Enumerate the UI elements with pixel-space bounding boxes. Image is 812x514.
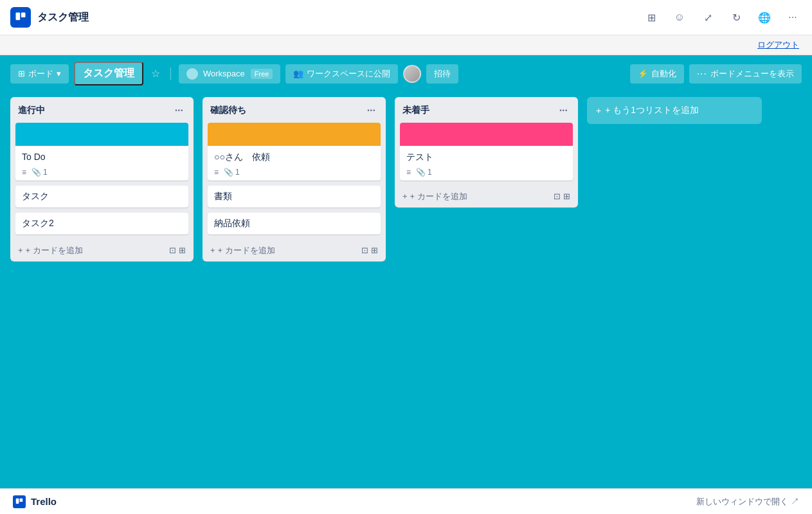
list-pending: 確認待ち ··· ○○さん 依頼 ≡ 📎 1 (203, 97, 386, 261)
card-body-request: ○○さん 依頼 ≡ 📎 1 (208, 146, 381, 181)
attachment-count-test: 1 (428, 168, 432, 177)
list-menu-btn-in-progress[interactable]: ··· (172, 103, 186, 118)
card-delivery[interactable]: 納品依頼 (208, 213, 381, 235)
lists-area: 進行中 ··· To Do ≡ 📎 1 (0, 92, 812, 488)
workspace-badge: Free (251, 69, 273, 79)
add-card-icons-2: ⊡ ⊞ (361, 245, 378, 255)
add-card-label-3: + カードを追加 (410, 191, 467, 202)
svg-rect-3 (20, 498, 23, 501)
board-chevron-icon: ▾ (57, 69, 61, 78)
description-icon-test: ≡ (406, 168, 411, 177)
card-test[interactable]: テスト ≡ 📎 1 (400, 123, 573, 181)
public-btn-label: ワークスペースに公開 (307, 68, 390, 80)
toolbar-divider (170, 67, 171, 80)
lines-icon-2: ≡ (214, 168, 219, 177)
footer-brand: Trello (31, 496, 57, 507)
lightning-icon: ⚡ (638, 69, 648, 78)
list-cards-not-started: テスト ≡ 📎 1 (395, 123, 578, 186)
footer-logo: Trello (13, 495, 57, 508)
board-menu-btn-label: ボードメニューを表示 (710, 68, 794, 80)
logout-bar: ログアウト (0, 35, 812, 55)
more-icon[interactable]: ··· (784, 8, 802, 26)
plus-icon-3: + (402, 191, 408, 201)
board-menu-button[interactable]: ··· ボードメニューを表示 (689, 64, 802, 84)
clip-icon-3: 📎 (416, 168, 426, 177)
toolbar-right: ⚡ 自動化 ··· ボードメニューを表示 (630, 64, 802, 84)
emoji-icon[interactable]: ☺ (671, 8, 689, 26)
app-footer: Trello 新しいウィンドウで開く ↗ (0, 488, 812, 514)
template-icon-2[interactable]: ⊡ (361, 245, 368, 255)
description-icon-todo: ≡ (22, 168, 26, 177)
card-title-task2: タスク2 (22, 218, 182, 229)
card-template-icon-1[interactable]: ⊞ (179, 245, 186, 255)
add-card-btn-in-progress[interactable]: + + カードを追加 ⊡ ⊞ (10, 240, 194, 261)
list-header-not-started: 未着手 ··· (395, 97, 578, 123)
board-button[interactable]: ⊞ ボード ▾ (10, 64, 69, 84)
attachment-icon-request: 📎 1 (224, 168, 240, 177)
logout-link[interactable]: ログアウト (757, 39, 799, 51)
card-request[interactable]: ○○さん 依頼 ≡ 📎 1 (208, 123, 381, 181)
add-card-btn-pending[interactable]: + + カードを追加 ⊡ ⊞ (203, 240, 386, 261)
add-card-left-2: + + カードを追加 (210, 245, 275, 256)
card-title-documents: 書類 (214, 191, 374, 202)
add-card-btn-not-started[interactable]: + + カードを追加 ⊡ ⊞ (395, 186, 578, 208)
card-template-icon-2[interactable]: ⊞ (371, 245, 378, 255)
attachment-count-todo: 1 (43, 168, 48, 177)
automate-btn-label: 自動化 (651, 68, 676, 80)
dots-icon: ··· (697, 68, 707, 80)
plus-icon-list: + (596, 105, 601, 116)
compress-icon[interactable]: ⤢ (699, 8, 717, 26)
attachment-icon-test: 📎 1 (416, 168, 432, 177)
invite-button[interactable]: 招待 (426, 64, 458, 84)
card-body-test: テスト ≡ 📎 1 (400, 146, 573, 181)
board-toolbar: ⊞ ボード ▾ タスク管理 ☆ Workspace Free 👥 ワークスペース… (0, 55, 812, 92)
board-btn-label: ボード (28, 68, 53, 80)
header-icons: ⊞ ☺ ⤢ ↻ 🌐 ··· (642, 8, 802, 26)
list-title-pending: 確認待ち (210, 105, 246, 116)
public-button[interactable]: 👥 ワークスペースに公開 (285, 64, 398, 84)
globe-icon[interactable]: 🌐 (755, 8, 773, 26)
card-cover-orange (208, 123, 381, 146)
board-name-button[interactable]: タスク管理 (74, 62, 143, 85)
open-window-link[interactable]: 新しいウィンドウで開く ↗ (696, 496, 799, 508)
card-todo[interactable]: To Do ≡ 📎 1 (15, 123, 188, 181)
card-documents[interactable]: 書類 (208, 186, 381, 208)
list-in-progress: 進行中 ··· To Do ≡ 📎 1 (10, 97, 194, 261)
lines-icon-3: ≡ (406, 168, 411, 177)
card-task[interactable]: タスク (15, 186, 188, 208)
svg-rect-2 (16, 498, 19, 503)
card-meta-request: ≡ 📎 1 (214, 168, 374, 177)
clip-icon-2: 📎 (224, 168, 233, 177)
template-icon-3[interactable]: ⊡ (554, 191, 561, 201)
add-card-icons-3: ⊡ ⊞ (554, 191, 570, 201)
svg-rect-0 (16, 13, 21, 21)
clip-icon: 📎 (32, 168, 41, 177)
automate-button[interactable]: ⚡ 自動化 (630, 64, 684, 84)
lines-icon: ≡ (22, 168, 26, 177)
list-cards-in-progress: To Do ≡ 📎 1 タスク (10, 123, 194, 240)
list-header-in-progress: 進行中 ··· (10, 97, 194, 123)
card-template-icon-3[interactable]: ⊞ (563, 191, 570, 201)
attachment-count-request: 1 (235, 168, 240, 177)
workspace-button[interactable]: Workspace Free (179, 64, 280, 84)
star-button[interactable]: ☆ (149, 65, 163, 82)
list-menu-btn-not-started[interactable]: ··· (557, 103, 570, 118)
footer-logo-icon (13, 495, 26, 508)
list-title-in-progress: 進行中 (18, 105, 45, 116)
plus-icon-2: + (210, 245, 215, 255)
card-task2[interactable]: タスク2 (15, 213, 188, 235)
card-title-task: タスク (22, 191, 182, 202)
card-meta-todo: ≡ 📎 1 (22, 168, 182, 177)
user-avatar[interactable] (403, 65, 421, 83)
list-title-not-started: 未着手 (402, 105, 429, 116)
list-not-started: 未着手 ··· テスト ≡ 📎 1 (395, 97, 578, 208)
add-list-button[interactable]: + + もう1つリストを追加 (587, 97, 762, 124)
list-menu-btn-pending[interactable]: ··· (365, 103, 378, 118)
image-icon[interactable]: ⊞ (642, 8, 660, 26)
template-icon-1[interactable]: ⊡ (169, 245, 176, 255)
refresh-icon[interactable]: ↻ (727, 8, 745, 26)
add-card-left: + + カードを追加 (18, 245, 83, 256)
description-icon-request: ≡ (214, 168, 219, 177)
plus-icon-1: + (18, 245, 23, 255)
card-cover-blue (15, 123, 188, 146)
